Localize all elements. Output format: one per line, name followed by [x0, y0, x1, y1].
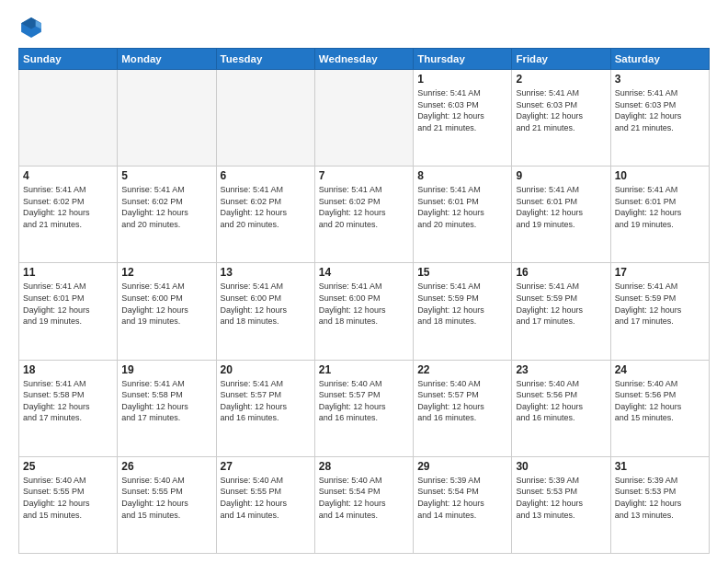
day-info: Sunrise: 5:41 AM Sunset: 6:00 PM Dayligh… [121, 281, 211, 327]
day-number: 22 [417, 363, 507, 376]
calendar-cell [216, 70, 314, 167]
day-info: Sunrise: 5:41 AM Sunset: 6:01 PM Dayligh… [417, 184, 507, 230]
day-number: 16 [516, 266, 606, 279]
calendar-cell: 31Sunrise: 5:39 AM Sunset: 5:53 PM Dayli… [610, 456, 709, 553]
calendar-cell: 23Sunrise: 5:40 AM Sunset: 5:56 PM Dayli… [512, 360, 610, 456]
calendar-cell: 8Sunrise: 5:41 AM Sunset: 6:01 PM Daylig… [414, 167, 512, 263]
calendar-cell: 13Sunrise: 5:41 AM Sunset: 6:00 PM Dayli… [216, 263, 314, 360]
calendar-cell: 10Sunrise: 5:41 AM Sunset: 6:01 PM Dayli… [610, 167, 709, 263]
calendar-cell: 29Sunrise: 5:39 AM Sunset: 5:54 PM Dayli… [414, 456, 512, 553]
calendar-cell: 3Sunrise: 5:41 AM Sunset: 6:03 PM Daylig… [610, 70, 709, 167]
day-number: 27 [221, 460, 311, 473]
day-info: Sunrise: 5:41 AM Sunset: 6:02 PM Dayligh… [221, 184, 311, 230]
weekday-header-tuesday: Tuesday [216, 49, 314, 70]
day-number: 3 [615, 73, 705, 86]
calendar-cell: 4Sunrise: 5:41 AM Sunset: 6:02 PM Daylig… [19, 167, 118, 263]
calendar-cell: 17Sunrise: 5:41 AM Sunset: 5:59 PM Dayli… [610, 263, 709, 360]
day-number: 31 [615, 460, 705, 473]
calendar-cell: 20Sunrise: 5:41 AM Sunset: 5:57 PM Dayli… [216, 360, 314, 456]
day-info: Sunrise: 5:41 AM Sunset: 5:59 PM Dayligh… [417, 281, 507, 327]
day-info: Sunrise: 5:41 AM Sunset: 6:03 PM Dayligh… [615, 87, 705, 133]
weekday-header-monday: Monday [118, 49, 216, 70]
calendar-cell: 21Sunrise: 5:40 AM Sunset: 5:57 PM Dayli… [314, 360, 413, 456]
day-info: Sunrise: 5:40 AM Sunset: 5:55 PM Dayligh… [23, 475, 113, 521]
day-number: 30 [516, 460, 606, 473]
calendar-cell: 26Sunrise: 5:40 AM Sunset: 5:55 PM Dayli… [118, 456, 216, 553]
calendar-cell: 11Sunrise: 5:41 AM Sunset: 6:01 PM Dayli… [19, 263, 118, 360]
calendar-cell: 16Sunrise: 5:41 AM Sunset: 5:59 PM Dayli… [512, 263, 610, 360]
calendar-cell: 25Sunrise: 5:40 AM Sunset: 5:55 PM Dayli… [19, 456, 118, 553]
logo [18, 15, 48, 40]
day-info: Sunrise: 5:40 AM Sunset: 5:55 PM Dayligh… [221, 475, 311, 521]
calendar-cell: 22Sunrise: 5:40 AM Sunset: 5:57 PM Dayli… [414, 360, 512, 456]
day-info: Sunrise: 5:41 AM Sunset: 6:02 PM Dayligh… [23, 184, 113, 230]
day-number: 1 [417, 73, 507, 86]
day-info: Sunrise: 5:40 AM Sunset: 5:56 PM Dayligh… [516, 378, 606, 424]
calendar-cell: 24Sunrise: 5:40 AM Sunset: 5:56 PM Dayli… [610, 360, 709, 456]
calendar-cell: 5Sunrise: 5:41 AM Sunset: 6:02 PM Daylig… [118, 167, 216, 263]
weekday-header-friday: Friday [512, 49, 610, 70]
day-info: Sunrise: 5:41 AM Sunset: 5:57 PM Dayligh… [221, 378, 311, 424]
day-info: Sunrise: 5:41 AM Sunset: 6:01 PM Dayligh… [23, 281, 113, 327]
weekday-header-saturday: Saturday [610, 49, 709, 70]
calendar-header-row: SundayMondayTuesdayWednesdayThursdayFrid… [19, 49, 710, 70]
calendar-cell [118, 70, 216, 167]
day-number: 29 [417, 460, 507, 473]
day-info: Sunrise: 5:41 AM Sunset: 6:03 PM Dayligh… [516, 87, 606, 133]
weekday-header-thursday: Thursday [414, 49, 512, 70]
calendar-cell: 28Sunrise: 5:40 AM Sunset: 5:54 PM Dayli… [314, 456, 413, 553]
day-info: Sunrise: 5:41 AM Sunset: 6:02 PM Dayligh… [319, 184, 409, 230]
calendar-cell: 9Sunrise: 5:41 AM Sunset: 6:01 PM Daylig… [512, 167, 610, 263]
day-number: 8 [417, 169, 507, 182]
logo-icon [18, 15, 44, 40]
day-info: Sunrise: 5:40 AM Sunset: 5:55 PM Dayligh… [121, 475, 211, 521]
day-number: 11 [23, 266, 113, 279]
day-number: 4 [23, 169, 113, 182]
calendar-cell: 1Sunrise: 5:41 AM Sunset: 6:03 PM Daylig… [414, 70, 512, 167]
day-number: 10 [615, 169, 705, 182]
day-number: 15 [417, 266, 507, 279]
day-info: Sunrise: 5:41 AM Sunset: 5:59 PM Dayligh… [615, 281, 705, 327]
weekday-header-wednesday: Wednesday [314, 49, 413, 70]
day-number: 17 [615, 266, 705, 279]
calendar-week-3: 11Sunrise: 5:41 AM Sunset: 6:01 PM Dayli… [19, 263, 710, 360]
day-info: Sunrise: 5:40 AM Sunset: 5:56 PM Dayligh… [615, 378, 705, 424]
day-number: 19 [121, 363, 211, 376]
calendar-table: SundayMondayTuesdayWednesdayThursdayFrid… [18, 48, 710, 554]
calendar-cell: 7Sunrise: 5:41 AM Sunset: 6:02 PM Daylig… [314, 167, 413, 263]
calendar-cell: 15Sunrise: 5:41 AM Sunset: 5:59 PM Dayli… [414, 263, 512, 360]
day-info: Sunrise: 5:39 AM Sunset: 5:53 PM Dayligh… [516, 475, 606, 521]
day-number: 20 [221, 363, 311, 376]
day-number: 28 [319, 460, 409, 473]
day-number: 13 [221, 266, 311, 279]
calendar-cell [19, 70, 118, 167]
header [18, 15, 710, 40]
day-info: Sunrise: 5:41 AM Sunset: 6:01 PM Dayligh… [516, 184, 606, 230]
weekday-header-sunday: Sunday [19, 49, 118, 70]
page: SundayMondayTuesdayWednesdayThursdayFrid… [0, 0, 728, 563]
calendar-cell: 27Sunrise: 5:40 AM Sunset: 5:55 PM Dayli… [216, 456, 314, 553]
day-info: Sunrise: 5:41 AM Sunset: 5:58 PM Dayligh… [23, 378, 113, 424]
day-info: Sunrise: 5:41 AM Sunset: 6:01 PM Dayligh… [615, 184, 705, 230]
day-info: Sunrise: 5:39 AM Sunset: 5:54 PM Dayligh… [417, 475, 507, 521]
calendar-cell: 14Sunrise: 5:41 AM Sunset: 6:00 PM Dayli… [314, 263, 413, 360]
day-info: Sunrise: 5:40 AM Sunset: 5:57 PM Dayligh… [417, 378, 507, 424]
day-info: Sunrise: 5:41 AM Sunset: 5:59 PM Dayligh… [516, 281, 606, 327]
day-number: 18 [23, 363, 113, 376]
day-info: Sunrise: 5:41 AM Sunset: 6:03 PM Dayligh… [417, 87, 507, 133]
calendar-week-5: 25Sunrise: 5:40 AM Sunset: 5:55 PM Dayli… [19, 456, 710, 553]
day-number: 23 [516, 363, 606, 376]
calendar-week-1: 1Sunrise: 5:41 AM Sunset: 6:03 PM Daylig… [19, 70, 710, 167]
day-number: 14 [319, 266, 409, 279]
calendar-week-2: 4Sunrise: 5:41 AM Sunset: 6:02 PM Daylig… [19, 167, 710, 263]
calendar-week-4: 18Sunrise: 5:41 AM Sunset: 5:58 PM Dayli… [19, 360, 710, 456]
calendar-cell: 30Sunrise: 5:39 AM Sunset: 5:53 PM Dayli… [512, 456, 610, 553]
day-info: Sunrise: 5:40 AM Sunset: 5:54 PM Dayligh… [319, 475, 409, 521]
calendar-cell: 12Sunrise: 5:41 AM Sunset: 6:00 PM Dayli… [118, 263, 216, 360]
day-number: 24 [615, 363, 705, 376]
day-info: Sunrise: 5:41 AM Sunset: 6:02 PM Dayligh… [121, 184, 211, 230]
day-info: Sunrise: 5:39 AM Sunset: 5:53 PM Dayligh… [615, 475, 705, 521]
day-number: 2 [516, 73, 606, 86]
day-info: Sunrise: 5:41 AM Sunset: 6:00 PM Dayligh… [221, 281, 311, 327]
day-number: 21 [319, 363, 409, 376]
